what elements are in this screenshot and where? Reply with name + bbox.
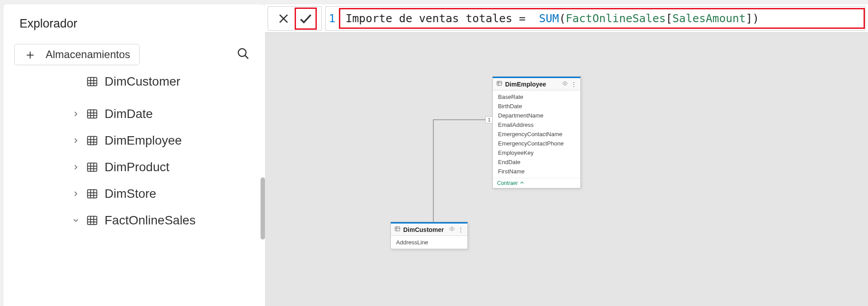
table-card-name: DimCustomer [403,226,446,233]
table-field[interactable]: AddressLine [391,238,467,247]
add-stores-button[interactable]: ＋ Almacenamientos [14,44,140,65]
cancel-formula-button[interactable] [272,8,295,30]
tree-item-label: FactOnlineSales [105,213,195,228]
more-icon[interactable]: ⋮ [458,226,464,233]
tree-item-dimdate[interactable]: DimDate [72,101,254,127]
chevron-up-icon [520,180,524,186]
explorer-sidebar: Explorador ＋ Almacenamientos DimCustomer [4,4,265,306]
table-card-dimemployee[interactable]: DimEmployee ⋮ BaseRate BirthDate Departm… [492,76,581,188]
tree-item-dimemployee[interactable]: DimEmployee [72,127,254,154]
sidebar-toolbar: ＋ Almacenamientos [14,44,254,65]
add-stores-label: Almacenamientos [46,48,130,61]
formula-bar: 1 Importe de ventas totales = SUM ( Fact… [265,4,868,33]
tree-item-cut[interactable]: DimCustomer [72,75,254,88]
formula-paren-close: ) [752,12,759,25]
commit-formula-button[interactable] [295,8,317,30]
table-icon [86,134,98,147]
line-number: 1 [326,9,339,28]
svg-rect-27 [88,216,97,225]
formula-buttons [268,6,322,31]
formula-input-wrap[interactable]: 1 Importe de ventas totales = SUM ( Fact… [325,6,865,31]
eye-icon[interactable] [449,226,455,233]
table-field[interactable]: BaseRate [493,92,580,102]
formula-table: FactOnlineSales [566,12,666,25]
table-field[interactable]: EmergencyContactName [493,129,580,139]
chevron-right-icon [72,191,80,197]
table-card-fields: BaseRate BirthDate DepartmentName EmailA… [493,90,580,178]
search-icon[interactable] [237,47,250,62]
svg-rect-34 [497,81,502,85]
formula-bracket-open: [ [666,12,673,25]
svg-point-37 [564,82,566,84]
table-card-header[interactable]: DimCustomer ⋮ [391,222,467,236]
formula-paren-open: ( [559,12,566,25]
tree-item-factonlinesales[interactable]: FactOnlineSales [72,207,254,234]
chevron-right-icon [72,137,80,144]
svg-line-1 [245,55,249,59]
table-field[interactable]: BirthDate [493,102,580,111]
scrollbar-vertical[interactable] [261,177,265,239]
table-icon [86,188,98,200]
table-tree: DimCustomer DimDate DimEmployee [14,78,254,234]
svg-rect-38 [395,227,400,231]
table-card-dimcustomer[interactable]: DimCustomer ⋮ AddressLine [390,222,468,249]
table-icon [86,214,98,227]
table-field[interactable]: EmailAddress [493,120,580,129]
tree-item-dimstore[interactable]: DimStore [72,180,254,207]
table-card-name: DimEmployee [505,81,559,88]
formula-bracket-close: ] [746,12,752,25]
svg-rect-12 [88,137,97,145]
tree-item-label: DimCustomer [105,75,180,88]
svg-rect-17 [88,163,97,172]
formula-column: SalesAmount [673,12,746,25]
eye-icon[interactable] [562,80,568,88]
table-icon [86,75,98,88]
formula-measure-name: Importe de ventas totales = [346,12,525,25]
table-field[interactable]: EndDate [493,157,580,167]
collapse-label: Contraer [497,180,518,186]
tree-item-label: DimDate [105,107,153,121]
table-icon [496,80,502,88]
svg-point-41 [451,228,453,230]
tree-item-label: DimEmployee [105,133,182,148]
table-field[interactable]: EmployeeKey [493,148,580,157]
table-field[interactable]: EmergencyContactPhone [493,139,580,148]
svg-rect-22 [88,190,97,198]
chevron-right-icon [72,111,80,117]
tree-item-label: DimProduct [105,160,169,174]
tree-item-dimproduct[interactable]: DimProduct [72,154,254,180]
table-card-fields: AddressLine [391,236,467,249]
table-field[interactable]: DepartmentName [493,111,580,120]
canvas-area: 1 Importe de ventas totales = SUM ( Fact… [265,4,868,306]
formula-content[interactable]: Importe de ventas totales = SUM ( FactOn… [339,8,865,29]
svg-point-0 [238,49,246,57]
plus-icon: ＋ [23,48,37,61]
explorer-title: Explorador [19,17,254,31]
more-icon[interactable]: ⋮ [571,81,577,88]
collapse-button[interactable]: Contraer [493,178,580,188]
chevron-down-icon [72,217,80,224]
diagram-canvas[interactable]: 1 DimEmployee ⋮ BaseRate BirthDate Depar… [265,35,868,306]
svg-rect-2 [88,78,97,86]
chevron-right-icon [72,164,80,170]
table-field[interactable]: FirstName [493,167,580,176]
table-icon [394,226,401,233]
formula-function: SUM [539,12,559,25]
table-icon [86,108,98,120]
tree-item-label: DimStore [105,187,156,201]
table-icon [86,161,98,173]
svg-rect-7 [88,110,97,118]
table-card-header[interactable]: DimEmployee ⋮ [493,77,580,90]
